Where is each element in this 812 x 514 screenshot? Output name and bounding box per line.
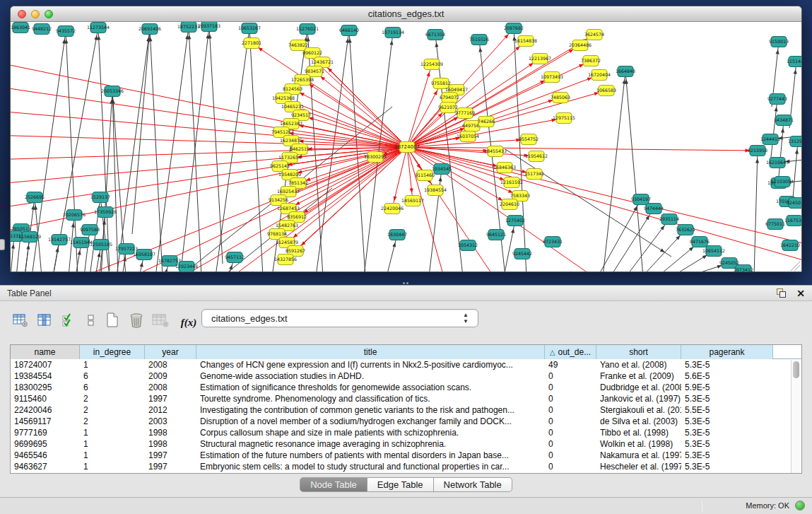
table-row[interactable]: 911546021997Tourette syndrome. Phenomeno… (11, 393, 801, 404)
network-node[interactable]: 7485063 (551, 93, 570, 103)
network-node[interactable]: 9159013 (769, 37, 789, 47)
network-node[interactable]: 16210643 (766, 158, 789, 168)
network-node[interactable]: 6794072 (440, 93, 459, 103)
network-node[interactable]: 9277443 (767, 94, 787, 105)
network-node[interactable]: 12923448 (175, 262, 198, 272)
column-header-title[interactable]: title (196, 345, 545, 359)
network-node[interactable]: 22420046 (381, 204, 404, 214)
network-node[interactable]: 9435572 (56, 26, 76, 37)
table-row[interactable]: 1938455462009Genome-wide association stu… (11, 370, 801, 382)
network-node[interactable]: 1054312 (458, 240, 478, 251)
network-node[interactable]: 7386372 (581, 56, 601, 66)
network-node[interactable]: 16846363 (493, 163, 516, 173)
network-node[interactable]: 1664848 (616, 66, 635, 77)
network-node[interactable]: 1151448 (787, 57, 801, 67)
table-row[interactable]: 946554611997Estimation of the future num… (11, 450, 801, 461)
network-node[interactable]: 20691406 (139, 24, 161, 35)
network-node[interactable]: 10654112 (702, 246, 725, 257)
network-node[interactable]: 9474444 (644, 204, 664, 214)
network-node[interactable]: 18455433 (484, 146, 507, 157)
network-node[interactable]: 8215958 (748, 146, 767, 156)
network-node[interactable]: 12975115 (553, 113, 575, 124)
network-node[interactable]: 11568129 (18, 232, 41, 243)
scrollbar-thumb[interactable] (793, 361, 799, 378)
tab-network-table[interactable]: Network Table (434, 477, 512, 492)
network-node[interactable]: 1066583 (596, 86, 616, 96)
new-column-icon[interactable] (103, 310, 122, 329)
network-node[interactable]: 9448212 (32, 24, 52, 35)
table-selector-dropdown[interactable]: citations_edges.txt ▲▼ (201, 309, 478, 327)
network-node[interactable]: 2087682 (504, 23, 524, 34)
network-node[interactable]: 10973493 (541, 72, 563, 83)
delete-columns-icon[interactable] (127, 310, 146, 329)
tab-node-table[interactable]: Node Table (300, 477, 367, 492)
network-node[interactable]: 9645121 (486, 230, 506, 240)
network-node[interactable]: 17359928 (94, 207, 117, 218)
network-node[interactable]: 9245012 (787, 198, 801, 209)
table-row[interactable]: 969969511998Structural magnetic resonanc… (11, 438, 801, 450)
network-node[interactable]: 10719134 (382, 28, 404, 38)
network-node[interactable]: 1863041 (11, 23, 30, 33)
close-icon[interactable]: ✕ (796, 287, 805, 300)
network-node[interactable]: 746266 (478, 117, 495, 127)
network-node[interactable]: 12103054 (771, 177, 794, 187)
collapsed-panel-handle[interactable] (0, 239, 5, 250)
network-node[interactable]: 9115460 (415, 170, 435, 181)
float-window-icon[interactable] (777, 288, 787, 298)
network-node[interactable]: 6775011 (765, 219, 785, 230)
select-all-rows-icon[interactable] (59, 310, 78, 329)
network-node[interactable]: 1434871 (774, 115, 794, 126)
network-node[interactable]: 12505185 (90, 240, 112, 250)
network-node[interactable]: 1244413 (760, 134, 780, 145)
tab-edge-table[interactable]: Edge Table (367, 477, 434, 492)
column-header-out_de[interactable]: △out_de... (545, 345, 596, 359)
network-node[interactable]: 6466140 (339, 25, 359, 36)
network-node[interactable]: 10653267 (238, 23, 261, 34)
network-node[interactable]: 1934545 (432, 164, 452, 175)
show-column-icon[interactable] (35, 310, 54, 329)
network-node[interactable]: 1073412 (734, 265, 753, 273)
network-canvas-svg[interactable]: 1872400718630419448212943557211273544206… (11, 22, 801, 272)
table-row[interactable]: 1830029562008Estimation of significance … (11, 382, 801, 393)
column-header-short[interactable]: short (596, 345, 681, 359)
network-node[interactable]: 1517342 (524, 169, 544, 180)
function-builder-icon[interactable]: f(x) (177, 313, 201, 332)
table-row[interactable]: 1872400712008Changes of HCN gene express… (11, 359, 801, 370)
network-node[interactable]: 8471676 (690, 237, 710, 247)
network-node[interactable]: 1642210 (780, 240, 800, 251)
table-row[interactable]: 977716911998Corpus callosum shape and si… (11, 427, 801, 438)
unselect-rows-icon[interactable] (82, 310, 100, 329)
network-node[interactable]: 8723431 (543, 237, 563, 247)
table-mode-icon[interactable] (11, 310, 30, 329)
network-node[interactable]: 20937183 (198, 22, 220, 32)
network-node[interactable]: 1312954 (788, 136, 801, 147)
network-window[interactable]: citations_edges.txt 18724007186304194482… (10, 6, 802, 272)
network-node[interactable]: 18752233 (177, 22, 200, 33)
network-node[interactable]: 16154838 (514, 36, 537, 47)
network-node[interactable]: 9245442 (512, 249, 532, 259)
network-node[interactable]: 2526695 (25, 192, 45, 203)
network-canvas[interactable]: 1872400718630419448212943557211273544206… (11, 22, 801, 272)
network-node[interactable]: 12213967 (529, 54, 551, 64)
network-node[interactable]: 11954612 (525, 151, 548, 162)
table-row[interactable]: 1456911722003Disruption of a novel membe… (11, 416, 801, 427)
network-node[interactable]: 2271801 (242, 38, 261, 49)
network-node[interactable]: 14569117 (401, 196, 424, 206)
network-node[interactable]: 2204610 (500, 199, 519, 210)
column-header-pagerank[interactable]: pagerank (681, 345, 773, 359)
network-node[interactable]: 1167531 (784, 216, 801, 226)
network-node[interactable]: 9097588 (80, 225, 100, 235)
network-node[interactable]: 9777169 (455, 108, 475, 119)
network-node[interactable]: 20206576 (63, 210, 86, 221)
network-node[interactable]: 16720404 (588, 70, 611, 81)
network-node[interactable]: 16037054 (457, 132, 479, 142)
network-node[interactable]: 11273544 (87, 23, 110, 33)
network-node[interactable]: 1830447 (387, 230, 407, 240)
network-node[interactable]: 16958107 (133, 250, 155, 260)
network-node[interactable]: 19384554 (424, 185, 447, 196)
table-row[interactable]: 946362711997Embryonic stem cells: a mode… (11, 461, 801, 472)
vertical-scrollbar[interactable] (791, 360, 801, 473)
table-row[interactable]: 2242004622012Investigating the contribut… (11, 404, 801, 416)
network-node[interactable]: 3624574 (584, 30, 604, 40)
column-header-name[interactable]: name (11, 345, 80, 359)
